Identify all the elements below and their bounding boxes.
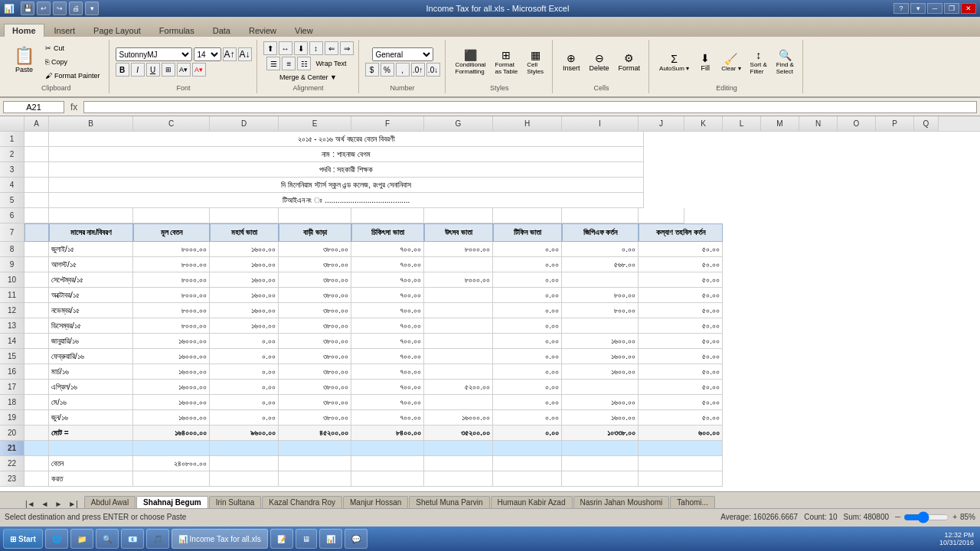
cell-e21[interactable]	[279, 441, 351, 456]
cell-b9[interactable]: আগস্ট/১৫	[49, 257, 133, 272]
dec-decrease-btn[interactable]: .0↓	[426, 63, 440, 77]
insert-btn[interactable]: ⊕ Insert	[559, 50, 584, 74]
tab-formulas[interactable]: Formulas	[151, 24, 203, 37]
cell-j9[interactable]: ৫০.০০	[639, 257, 723, 272]
row-header-9[interactable]: 9	[0, 257, 24, 272]
col-k[interactable]: K	[684, 116, 723, 131]
cell-f15[interactable]: ৭০০.০০	[351, 349, 424, 364]
cell-a22[interactable]	[24, 456, 49, 471]
cell-g8[interactable]: ৮০০০.০০	[424, 242, 493, 257]
cell-b20[interactable]: মোট =	[49, 425, 133, 441]
cell-c19[interactable]: ১৬০০০.০০	[133, 410, 210, 425]
cell-i16[interactable]: ১৬০০.০০	[562, 364, 639, 380]
cell-b6[interactable]	[49, 208, 133, 223]
row-header-12[interactable]: 12	[0, 303, 24, 318]
cell-h6[interactable]	[493, 208, 562, 223]
cell-f19[interactable]: ৭০০.০০	[351, 410, 424, 425]
cell-c20[interactable]: ১৬৪০০০.০০	[133, 425, 210, 441]
col-b[interactable]: B	[49, 116, 133, 131]
cell-c22[interactable]: ২৪০৮০০.০০	[133, 456, 210, 471]
cell-b23[interactable]: করত	[49, 471, 133, 487]
cell-e10[interactable]: ৩৮০০.০০	[279, 272, 351, 288]
cell-i9[interactable]: ৫৬৮.০০	[562, 257, 639, 272]
cell-d11[interactable]: ১৬০০.০০	[210, 288, 279, 303]
cell-f23[interactable]	[351, 471, 424, 487]
cell-j16[interactable]: ৫০.০০	[639, 364, 723, 380]
cell-c8[interactable]: ৮০০০.০০	[133, 242, 210, 257]
cell-b22[interactable]: বেতন	[49, 456, 133, 471]
find-select-btn[interactable]: 🔍 Find &Select	[773, 47, 798, 77]
cell-g16[interactable]	[424, 364, 493, 380]
cell-styles-btn[interactable]: ▦ CellStyles	[523, 47, 547, 77]
cell-i11[interactable]: ৮০০.০০	[562, 288, 639, 303]
cell-a15[interactable]	[24, 349, 49, 364]
cell-d21[interactable]	[210, 441, 279, 456]
cell-a13[interactable]	[24, 318, 49, 334]
cell-i17[interactable]	[562, 380, 639, 395]
cell-g10[interactable]: ৮০০০.০০	[424, 272, 493, 288]
sheet-tab-7[interactable]: Humaun Kabir Azad	[491, 496, 573, 508]
cell-f22[interactable]	[351, 456, 424, 471]
cell-d20[interactable]: ৯৬০০.০০	[210, 425, 279, 441]
cell-i10[interactable]	[562, 272, 639, 288]
row-header-16[interactable]: 16	[0, 364, 24, 380]
increase-font-btn[interactable]: A↑	[223, 47, 237, 61]
zoom-in-btn[interactable]: +	[952, 513, 957, 521]
cell-h12[interactable]: ০.০০	[493, 303, 562, 318]
cell-b2-merged[interactable]: নাম : শাহনাজ বেগম	[49, 147, 644, 162]
col-f[interactable]: F	[351, 116, 424, 131]
cell-e22[interactable]	[279, 456, 351, 471]
cell-e20[interactable]: ৪৫২০০.০০	[279, 425, 351, 441]
cell-b1-merged[interactable]: ২০১৫ - ২০১৬ অর্থ বছরের বেতন বিবরণী	[49, 132, 644, 147]
wrap-text-btn[interactable]: Wrap Text	[312, 57, 349, 70]
cell-f20[interactable]: ৮৪০০.০০	[351, 425, 424, 441]
align-bottom-btn[interactable]: ⬇	[294, 41, 308, 55]
cut-button[interactable]: ✂ Cut	[41, 42, 104, 54]
col-h[interactable]: H	[493, 116, 562, 131]
sheet-tab-3[interactable]: Irin Sultana	[209, 496, 262, 508]
cell-g14[interactable]	[424, 334, 493, 349]
cell-g6[interactable]	[424, 208, 493, 223]
minimize-btn[interactable]: ─	[927, 3, 942, 14]
align-right-btn[interactable]: ☷	[297, 57, 311, 70]
cell-d6[interactable]	[210, 208, 279, 223]
cell-a18[interactable]	[24, 395, 49, 410]
cell-e19[interactable]: ৩৮০০.০০	[279, 410, 351, 425]
qa-print[interactable]: 🖨	[69, 2, 83, 15]
qa-dropdown[interactable]: ▾	[85, 2, 99, 15]
cell-f21[interactable]	[351, 441, 424, 456]
sheet-nav-last[interactable]: ►|	[66, 500, 80, 508]
cell-c13[interactable]: ৮০০০.০০	[133, 318, 210, 334]
cell-e13[interactable]: ৩৮০০.০০	[279, 318, 351, 334]
cell-a8[interactable]	[24, 242, 49, 257]
delete-btn[interactable]: ⊖ Delete	[586, 50, 613, 74]
row-header-19[interactable]: 19	[0, 410, 24, 425]
cell-d15[interactable]: ০.০০	[210, 349, 279, 364]
row-header-8[interactable]: 8	[0, 242, 24, 257]
cell-j19[interactable]: ৫০.০০	[639, 410, 723, 425]
clear-btn[interactable]: 🧹 Clear ▾	[717, 51, 744, 74]
cell-h8[interactable]: ০.০০	[493, 242, 562, 257]
cell-b3-merged[interactable]: পদবি : সহকারী শিক্ষক	[49, 162, 644, 178]
bold-button[interactable]: B	[116, 63, 129, 77]
cell-i23[interactable]	[562, 471, 639, 487]
cell-c17[interactable]: ১৬০০০.০০	[133, 380, 210, 395]
cell-i19[interactable]: ১৬০০.০০	[562, 410, 639, 425]
cell-f16[interactable]: ৭০০.০০	[351, 364, 424, 380]
cell-a19[interactable]	[24, 410, 49, 425]
row-header-3[interactable]: 3	[0, 162, 24, 178]
paste-button[interactable]: 📋 Paste	[8, 42, 40, 82]
align-left-btn[interactable]: ☰	[266, 57, 280, 70]
cell-b12[interactable]: নভেম্বর/১৫	[49, 303, 133, 318]
cell-i18[interactable]: ১৬০০.০০	[562, 395, 639, 410]
fill-color-button[interactable]: A▾	[177, 63, 191, 77]
cell-c10[interactable]: ৮০০০.০০	[133, 272, 210, 288]
cell-a20[interactable]	[24, 425, 49, 441]
cell-d12[interactable]: ১৬০০.০০	[210, 303, 279, 318]
cell-e6[interactable]	[279, 208, 351, 223]
cell-a5[interactable]	[24, 193, 49, 208]
cell-a4[interactable]	[24, 178, 49, 193]
cell-d14[interactable]: ০.০০	[210, 334, 279, 349]
cell-e23[interactable]	[279, 471, 351, 487]
cell-a10[interactable]	[24, 272, 49, 288]
